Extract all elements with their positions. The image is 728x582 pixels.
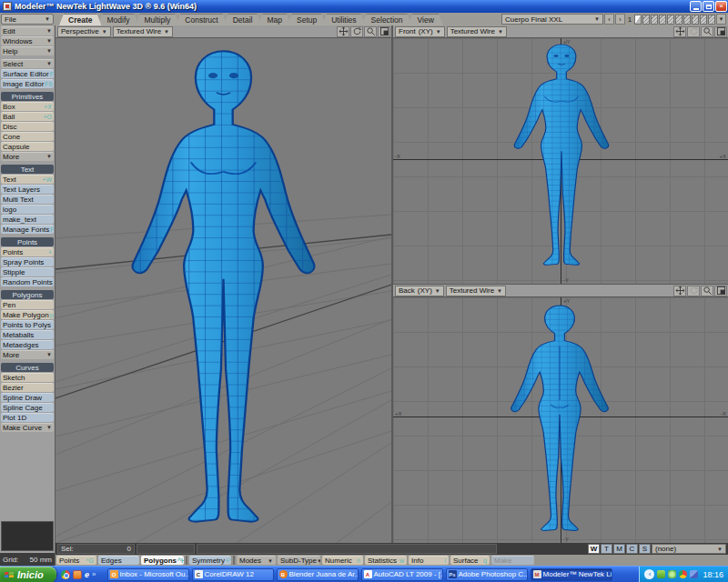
logo-button[interactable]: logo [1, 205, 54, 214]
tray-icon-3[interactable] [679, 570, 687, 578]
pan-icon[interactable] [337, 26, 349, 37]
layer-box-2[interactable] [642, 15, 650, 25]
back-mode-selector[interactable]: Textured Wire▼ [446, 286, 506, 296]
tab-selection[interactable]: Selection [362, 14, 412, 25]
layer-box-10[interactable] [708, 15, 715, 25]
stipple-button[interactable]: Stipple [1, 267, 54, 276]
internet-explorer-icon[interactable]: e [85, 570, 89, 579]
next-object-button[interactable]: › [615, 14, 625, 25]
front-mode-selector[interactable]: Textured Wire▼ [447, 26, 507, 37]
expand-viewport-icon[interactable] [714, 26, 727, 37]
pan-icon[interactable] [673, 286, 686, 296]
back-view-selector[interactable]: Back(XY)▼ [395, 286, 444, 296]
make-text-button[interactable]: make_text [1, 215, 54, 224]
select-menu-button[interactable]: Select▼ [1, 59, 54, 68]
tab-construct[interactable]: Construct [176, 14, 227, 25]
disc-button[interactable]: Disc [1, 122, 54, 131]
spline-draw-button[interactable]: Spline Draw [1, 393, 54, 402]
layer-menu-button[interactable]: ▼ [716, 14, 726, 25]
restore-button[interactable] [703, 1, 714, 12]
perspective-mode-selector[interactable]: Textured Wire▼ [113, 26, 173, 37]
taskbar-item-autocad[interactable]: AAutoCAD LT 2009 - [... [361, 568, 443, 581]
front-view-selector[interactable]: Front(XY)▼ [395, 26, 445, 37]
taskbar-item-blender[interactable]: BBlender Juana de Ar... [277, 568, 359, 581]
tab-multiply[interactable]: Multiply [136, 14, 180, 25]
image-editor-button[interactable]: Image EditorF6 [1, 79, 54, 88]
statistics-button[interactable]: Statisticsw [365, 556, 407, 565]
points-button[interactable]: Points+ [1, 247, 54, 256]
surface-editor-button[interactable]: Surface EditorF5 [1, 69, 54, 78]
ball-button[interactable]: Ball+O [1, 112, 54, 121]
layer-box-1[interactable] [634, 15, 642, 25]
numeric-button[interactable]: Numericn [322, 556, 363, 565]
layer-box-9[interactable] [700, 15, 707, 25]
sidebar-menu-help[interactable]: Help▼ [1, 46, 54, 55]
layer-box-7[interactable] [683, 15, 691, 25]
sketch-button[interactable]: Sketch [1, 373, 54, 382]
tray-collapse-chevron[interactable]: ‹ [644, 569, 654, 579]
perspective-viewport[interactable] [56, 38, 391, 543]
make-curve-button[interactable]: Make Curve▼ [1, 423, 54, 432]
quick-launch-overflow-chevron[interactable]: » [92, 570, 101, 579]
text-layers-button[interactable]: Text Layers [1, 185, 54, 194]
symmetry-button[interactable]: Symmetry+Y [189, 556, 231, 565]
taskbar-item-coreldraw[interactable]: CCorelDRAW 12 [192, 568, 274, 581]
vmap-morph-button[interactable]: M [613, 544, 625, 554]
taskbar-item-photoshop[interactable]: PsAdobe Photoshop C... [446, 568, 528, 581]
points-to-polys-button[interactable]: Points to Polys [1, 320, 54, 329]
text-button[interactable]: Text+W [1, 175, 54, 184]
spline-cage-button[interactable]: Spline Cage [1, 403, 54, 412]
back-viewport[interactable]: +X -X +Y -Y [393, 297, 728, 543]
polygons-more-button[interactable]: More▼ [1, 350, 54, 359]
tray-icon-1[interactable] [657, 570, 665, 578]
taskbar-item-modeler[interactable]: MModeler™ NewTek Li... [531, 568, 612, 581]
make-polygon-button[interactable]: Make Polygonp [1, 310, 54, 319]
box-button[interactable]: Box+X [1, 102, 54, 111]
tab-create[interactable]: Create [59, 14, 101, 25]
pan-icon[interactable] [673, 26, 686, 37]
vmap-weight-button[interactable]: W [588, 544, 600, 554]
start-button[interactable]: Inicio [0, 567, 56, 582]
browser-quick-launch-icon[interactable] [61, 570, 70, 579]
metaballs-button[interactable]: Metaballs [1, 330, 54, 339]
layer-box-3[interactable] [651, 15, 658, 25]
tab-detail[interactable]: Detail [224, 14, 262, 25]
tab-utilities[interactable]: Utilities [322, 14, 365, 25]
cone-button[interactable]: Cone [1, 132, 54, 141]
tray-icon-4[interactable] [690, 570, 698, 578]
taskbar-item-outlook[interactable]: OInbox - Microsoft Ou... [107, 568, 189, 581]
layer-box-5[interactable] [667, 15, 674, 25]
modes-menu-button[interactable]: Modes▼ [237, 556, 276, 565]
capsule-button[interactable]: Capsule [1, 142, 54, 151]
pen-button[interactable]: Pen [1, 300, 54, 309]
vmap-texture-button[interactable]: T [601, 544, 612, 554]
layer-box-8[interactable] [692, 15, 699, 25]
info-button[interactable]: Infoi [409, 556, 449, 565]
surface-button[interactable]: Surfaceq [450, 556, 490, 565]
multi-text-button[interactable]: Multi Text [1, 195, 54, 204]
metaedges-button[interactable]: Metaedges [1, 340, 54, 349]
tab-modify[interactable]: Modify [97, 14, 138, 25]
polygons-mode-button[interactable]: Polygons^H [141, 556, 184, 565]
zoom-icon[interactable] [701, 26, 713, 37]
tab-view[interactable]: View [409, 14, 443, 25]
minimize-button[interactable] [690, 1, 702, 12]
primitives-more-button[interactable]: More▼ [1, 152, 54, 161]
sidebar-menu-windows[interactable]: Windows▼ [1, 36, 54, 45]
expand-viewport-icon[interactable] [714, 286, 727, 296]
tray-icon-2[interactable] [668, 570, 676, 578]
file-menu-button[interactable]: File ▼ [1, 14, 54, 25]
sidebar-menu-edit[interactable]: Edit▼ [1, 26, 54, 35]
random-points-button[interactable]: Random Points [1, 277, 54, 286]
tab-map[interactable]: Map [258, 14, 291, 25]
layer-box-4[interactable] [659, 15, 666, 25]
vmap-selection-button[interactable]: S [639, 544, 651, 554]
object-selector[interactable]: Cuerpo Final XXL ▼ [501, 14, 603, 25]
layer-box-6[interactable] [675, 15, 682, 25]
expand-viewport-icon[interactable] [378, 26, 390, 37]
zoom-icon[interactable] [701, 286, 713, 296]
zoom-icon[interactable] [364, 26, 377, 37]
edges-mode-button[interactable]: Edges [98, 556, 139, 565]
prev-object-button[interactable]: ‹ [604, 14, 614, 25]
vmap-color-button[interactable]: C [626, 544, 638, 554]
